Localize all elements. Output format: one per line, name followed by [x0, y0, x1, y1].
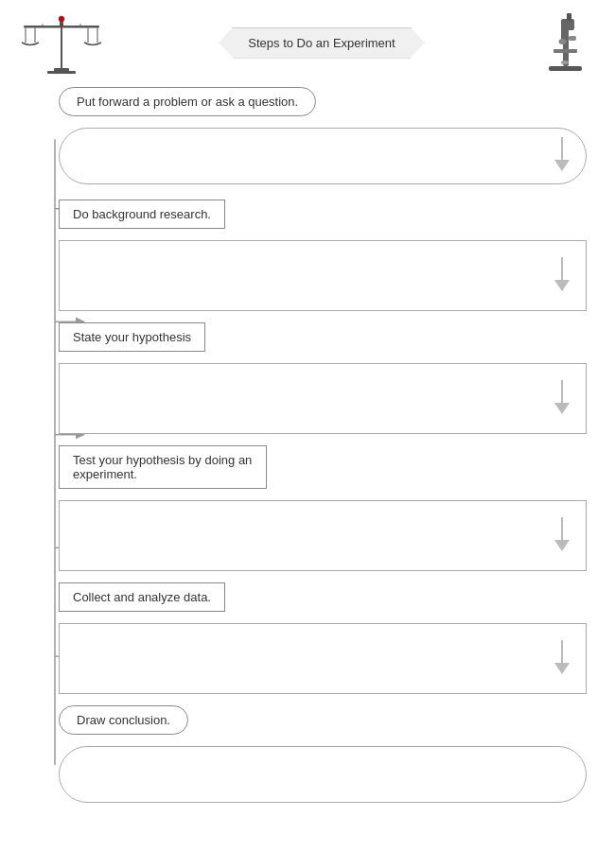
step5-section: Collect and analyze data. [28, 582, 587, 700]
step1-row: Put forward a problem or ask a question. [28, 87, 587, 116]
main-content: Put forward a problem or ask a question. [0, 80, 615, 833]
step6-input[interactable] [59, 746, 587, 803]
svg-point-19 [559, 39, 567, 44]
svg-point-5 [59, 16, 64, 22]
svg-rect-15 [554, 49, 577, 53]
header: Steps to Do an Experiment [0, 0, 615, 80]
step4-row: Test your hypothesis by doing an experim… [28, 445, 587, 489]
step1-label: Put forward a problem or ask a question. [59, 87, 316, 116]
step6-label-wrap: Draw conclusion. [59, 705, 587, 735]
step4-label-wrap: Test your hypothesis by doing an experim… [59, 445, 587, 489]
banner: Steps to Do an Experiment [219, 27, 424, 59]
step6-row: Draw conclusion. [28, 705, 587, 735]
balance-scale-icon [14, 9, 109, 76]
step6-label: Draw conclusion. [59, 705, 188, 735]
step4-input[interactable] [59, 500, 587, 571]
svg-rect-17 [567, 13, 571, 21]
step3-row: State your hypothesis [28, 322, 587, 352]
flow-content: Put forward a problem or ask a question. [28, 87, 587, 808]
step6-section: Draw conclusion. [28, 705, 587, 808]
step1-label-wrap: Put forward a problem or ask a question. [59, 87, 587, 116]
svg-point-20 [561, 61, 569, 64]
step2-label: Do background research. [59, 200, 225, 229]
step5-row: Collect and analyze data. [28, 582, 587, 612]
banner-title: Steps to Do an Experiment [248, 36, 395, 50]
step2-label-wrap: Do background research. [59, 200, 587, 229]
svg-rect-21 [569, 36, 576, 41]
step1-input[interactable] [59, 128, 587, 184]
step2-section: Do background research. [28, 200, 587, 317]
step2-input[interactable] [59, 240, 587, 311]
step5-input[interactable] [59, 623, 587, 694]
microscope-icon [535, 9, 601, 76]
step3-label: State your hypothesis [59, 322, 205, 352]
step5-label-wrap: Collect and analyze data. [59, 582, 587, 612]
svg-rect-1 [47, 71, 76, 74]
svg-rect-13 [549, 66, 582, 71]
step4-label: Test your hypothesis by doing an experim… [59, 445, 267, 489]
step2-row: Do background research. [28, 200, 587, 229]
step3-input[interactable] [59, 363, 587, 434]
step5-label: Collect and analyze data. [59, 582, 225, 612]
step1-section: Put forward a problem or ask a question. [28, 87, 587, 190]
header-center: Steps to Do an Experiment [109, 27, 535, 59]
step4-section: Test your hypothesis by doing an experim… [28, 445, 587, 577]
svg-rect-2 [61, 26, 62, 69]
step3-label-wrap: State your hypothesis [59, 322, 587, 352]
step3-section: State your hypothesis [28, 322, 587, 440]
